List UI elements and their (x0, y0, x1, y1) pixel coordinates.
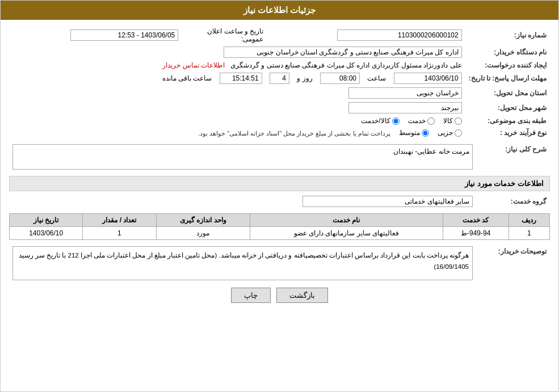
col-header-date: تاریخ نیاز (10, 214, 83, 227)
row-province: استان محل تحویل: خراسان جنوبی (9, 86, 550, 100)
table-cell-code: 949-94-ط (443, 227, 508, 240)
services-table-body: 1949-94-طفعالیتهای سایر سازمانهای دارای … (10, 227, 550, 240)
col-header-code: کد خدمت (443, 214, 508, 227)
col-header-name: نام خدمت (250, 214, 443, 227)
service-group-value: سایر فعالیتهای خدماتی (302, 196, 473, 207)
category-khadamat-text: خدمت (408, 117, 426, 125)
buyer-description-label: توصیحات خریدار: (476, 245, 550, 282)
buyer-org-value-cell: اداره کل میراث فرهنگی صنایع دستی و گردشگ… (9, 45, 465, 60)
send-day-value: 4 (270, 73, 289, 84)
print-button[interactable]: چاپ (231, 288, 271, 303)
purchase-type-jozii-label: جزیی (438, 129, 462, 137)
buyer-description-table: توصیحات خریدار: هرگونه پرداخت بابت این ق… (9, 245, 550, 282)
creator-label: ایجاد کننده درخواست: (465, 60, 550, 71)
services-table-head: ردیف کد خدمت نام خدمت واحد اندازه گیری ت… (10, 214, 550, 227)
send-day-label: روز و (297, 74, 312, 82)
table-cell-count: 1 (83, 227, 156, 240)
announce-label: تاریخ و ساعت اعلان عمومی: (207, 27, 263, 43)
buyer-org-label: نام دستگاه خریدار: (465, 45, 550, 60)
request-number-label: شماره نیاز: (465, 26, 550, 45)
row-service-group: گروه خدمت: سایر فعالیتهای خدماتی (9, 194, 550, 209)
page-container: جزئیات اطلاعات نیاز شماره نیاز: 11030002… (0, 0, 559, 392)
services-table: ردیف کد خدمت نام خدمت واحد اندازه گیری ت… (9, 213, 550, 240)
category-kala-radio[interactable] (455, 117, 462, 125)
row-creator: ایجاد کننده درخواست: علی دادورنژاد مسئول… (9, 60, 550, 71)
purchase-type-radio-row: جزیی متوسط پرداخت تمام یا بخشی از مبلغ خ… (12, 128, 462, 137)
buyer-description-value-cell: هرگونه پرداخت بابت این قرارداد براساس اع… (9, 245, 476, 282)
category-kala-khadamat-radio[interactable] (392, 117, 400, 125)
service-group-table: گروه خدمت: سایر فعالیتهای خدماتی (9, 194, 550, 209)
send-date-value: 1403/06/10 (394, 73, 462, 84)
contact-link[interactable]: اطلاعات تماس خریدار (162, 61, 225, 69)
category-kala-text: کالا (443, 117, 453, 125)
purchase-type-motavaset-label: متوسط (399, 129, 429, 137)
send-remaining-label: ساعت باقی مانده (162, 74, 212, 82)
buyer-org-value: اداره کل میراث فرهنگی صنایع دستی و گردشگ… (224, 47, 462, 58)
category-kala-label: کالا (443, 117, 462, 125)
category-value-cell: کالا خدمت کالا/خدمت (9, 115, 465, 127)
category-kala-khadamat-text: کالا/خدمت (361, 117, 390, 125)
announce-value: 1403/06/05 - 12:53 (70, 29, 178, 41)
back-button[interactable]: بازگشت (276, 288, 328, 303)
buyer-description-box: هرگونه پرداخت بابت این قرارداد براساس اع… (12, 246, 473, 280)
request-number-field: 1103000206000102 (337, 29, 462, 41)
creator-value: علی دادورنژاد مسئول کاربردازی اداره کل م… (230, 61, 462, 69)
col-header-unit: واحد اندازه گیری (156, 214, 250, 227)
table-cell-unit: مورد (156, 227, 250, 240)
purchase-type-jozii-radio[interactable] (455, 129, 462, 137)
row-send-date: مهلت ارسال پاسخ: تا تاریخ: 1403/06/10 سا… (9, 71, 550, 86)
button-row: بازگشت چاپ (9, 288, 550, 303)
send-time-value: 08:00 (320, 73, 360, 84)
row-request-number: شماره نیاز: 1103000206000102 تاریخ و ساع… (9, 26, 550, 45)
service-group-label: گروه خدمت: (476, 194, 550, 209)
row-purchase-type: نوع فرآیند خرید : جزیی متوسط پرداخت تمام… (9, 127, 550, 139)
table-cell-date: 1403/06/10 (10, 227, 83, 240)
city-label: شهر محل تحویل: (465, 100, 550, 115)
category-khadamat-label: خدمت (408, 117, 435, 125)
purchase-type-label: نوع فرآیند خرید : (465, 127, 550, 139)
purchase-type-jozii-text: جزیی (438, 129, 453, 137)
category-kala-khadamat-label: کالا/خدمت (361, 117, 399, 125)
buyer-description-text: هرگونه پرداخت بابت این قرارداد براساس اع… (19, 252, 469, 270)
description-text: مرمت خانه عطایی- نهبندان (393, 147, 469, 155)
category-khadamat-radio[interactable] (427, 117, 435, 125)
purchase-type-motavaset-text: متوسط (399, 129, 420, 137)
city-value: بیرجند (348, 102, 462, 113)
purchase-type-cell: جزیی متوسط پرداخت تمام یا بخشی از مبلغ خ… (9, 127, 465, 139)
row-category: طبقه بندی موضوعی: کالا خدمت (9, 115, 550, 127)
category-radio-row: کالا خدمت کالا/خدمت (12, 117, 462, 125)
city-value-cell: بیرجند (9, 100, 465, 115)
table-cell-name: فعالیتهای سایر سازمانهای دارای عضو (250, 227, 443, 240)
description-table: شرح کلی نیاز: مرمت خانه عطایی- نهبندان (9, 142, 550, 171)
request-number-value: 1103000206000102 (267, 26, 465, 45)
description-value-cell: مرمت خانه عطایی- نهبندان (9, 142, 476, 171)
description-label: شرح کلی نیاز: (476, 142, 550, 171)
service-group-value-cell: سایر فعالیتهای خدماتی (9, 194, 476, 209)
row-buyer-description: توصیحات خریدار: هرگونه پرداخت بابت این ق… (9, 245, 550, 282)
col-header-count: تعداد / مقدار (83, 214, 156, 227)
description-box: مرمت خانه عطایی- نهبندان (12, 144, 473, 170)
province-value-cell: خراسان جنوبی (9, 86, 465, 100)
row-buyer-org: نام دستگاه خریدار: اداره کل میراث فرهنگی… (9, 45, 550, 60)
send-date-label: مهلت ارسال پاسخ: تا تاریخ: (465, 71, 550, 86)
purchase-note: پرداخت تمام یا بخشی از مبلغ خریداز محل "… (198, 130, 390, 137)
row-city: شهر محل تحویل: بیرجند (9, 100, 550, 115)
send-date-inline: 1403/06/10 ساعت 08:00 روز و 4 15:14:51 س… (12, 73, 462, 84)
services-table-header-row: ردیف کد خدمت نام خدمت واحد اندازه گیری ت… (10, 214, 550, 227)
col-header-row: ردیف (508, 214, 549, 227)
purchase-type-motavaset-radio[interactable] (422, 129, 429, 137)
send-time-label: ساعت (367, 74, 386, 82)
announce-value-cell: 1403/06/05 - 12:53 (9, 26, 182, 45)
table-cell-row: 1 (508, 227, 549, 240)
province-value: خراسان جنوبی (348, 87, 462, 99)
header-title: جزئیات اطلاعات نیاز (243, 5, 316, 15)
category-label: طبقه بندی موضوعی: (465, 115, 550, 127)
province-label: استان محل تحویل: (465, 86, 550, 100)
creator-value-cell: علی دادورنژاد مسئول کاربردازی اداره کل م… (9, 60, 465, 71)
services-section-title: اطلاعات خدمات مورد نیاز (9, 176, 550, 191)
send-date-row: 1403/06/10 ساعت 08:00 روز و 4 15:14:51 س… (9, 71, 465, 86)
page-header: جزئیات اطلاعات نیاز (1, 1, 558, 20)
main-info-table: شماره نیاز: 1103000206000102 تاریخ و ساع… (9, 26, 550, 139)
content-area: شماره نیاز: 1103000206000102 تاریخ و ساع… (1, 20, 558, 314)
table-row: 1949-94-طفعالیتهای سایر سازمانهای دارای … (10, 227, 550, 240)
